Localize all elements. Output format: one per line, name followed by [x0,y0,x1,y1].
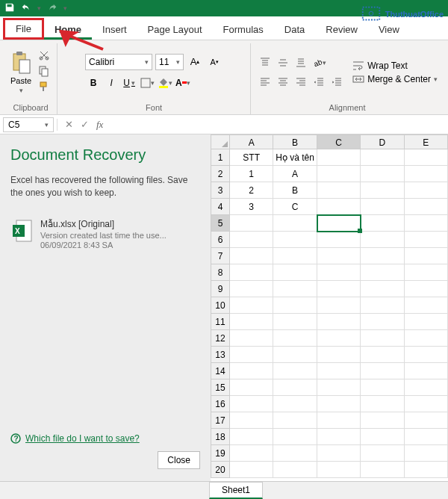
row-header[interactable]: 19 [211,445,230,462]
cell[interactable] [273,232,317,248]
save-icon[interactable] [4,2,15,15]
sheet-tab[interactable]: Sheet1 [209,482,263,499]
cell[interactable] [405,314,448,330]
name-box[interactable]: C5▾ [3,117,54,132]
cell[interactable] [361,248,404,264]
wrap-text-button[interactable]: Wrap Text [352,61,438,71]
cell[interactable] [405,396,448,412]
cell[interactable] [230,281,273,297]
cell[interactable] [317,396,361,412]
column-header[interactable]: A [230,134,273,149]
cell[interactable] [361,396,404,412]
formula-input[interactable] [111,115,448,134]
merge-center-button[interactable]: Merge & Center▾ [352,74,438,84]
cell[interactable]: STT [230,149,273,166]
row-header[interactable]: 18 [211,429,230,445]
cell[interactable] [230,264,273,281]
cell[interactable] [361,149,404,166]
increase-indent-icon[interactable] [329,74,345,90]
cell[interactable] [405,297,448,314]
cell[interactable] [361,347,404,363]
cell[interactable] [317,429,361,445]
column-header[interactable]: C [317,134,361,149]
decrease-font-icon[interactable]: A▾ [206,54,223,70]
cell[interactable] [230,363,273,379]
cell[interactable] [273,429,317,445]
cell[interactable] [317,363,361,379]
cell[interactable] [361,330,404,347]
align-bottom-icon[interactable] [293,55,309,71]
cell[interactable] [405,379,448,396]
cell[interactable] [317,297,361,314]
cell[interactable] [230,330,273,347]
tab-data[interactable]: Data [274,19,315,40]
cell[interactable] [405,429,448,445]
row-header[interactable]: 9 [211,281,230,297]
cell[interactable] [273,314,317,330]
column-header[interactable]: D [361,134,404,149]
enter-formula-icon[interactable]: ✓ [81,119,89,131]
cell[interactable] [317,379,361,396]
cell[interactable] [230,396,273,412]
redo-icon[interactable] [47,2,57,15]
cell[interactable] [317,264,361,281]
cut-icon[interactable] [37,49,51,63]
cell[interactable] [273,347,317,363]
cell[interactable] [361,363,404,379]
paste-button[interactable]: Paste ▾ [10,51,31,94]
tab-formulas[interactable]: Formulas [213,19,274,40]
cell[interactable] [273,445,317,462]
undo-icon[interactable] [21,2,31,15]
cell[interactable] [230,248,273,264]
format-painter-icon[interactable] [37,81,51,95]
row-header[interactable]: 20 [211,462,230,478]
cell[interactable] [361,429,404,445]
italic-button[interactable]: I [103,75,119,91]
cell[interactable] [230,347,273,363]
align-center-icon[interactable] [275,74,291,90]
row-header[interactable]: 14 [211,363,230,379]
cell[interactable]: A [273,166,317,182]
qat-customize-icon[interactable]: ▾ [63,4,67,12]
cell[interactable] [230,314,273,330]
cell[interactable]: 1 [230,166,273,182]
row-header[interactable]: 5 [211,215,230,232]
cell[interactable] [405,248,448,264]
cell[interactable] [361,281,404,297]
cell[interactable] [361,412,404,429]
cell[interactable] [317,347,361,363]
cell[interactable] [405,215,448,232]
undo-dropdown-icon[interactable]: ▾ [37,4,41,12]
cell[interactable] [405,445,448,462]
align-left-icon[interactable] [257,74,273,90]
decrease-indent-icon[interactable] [311,74,327,90]
cell[interactable] [405,330,448,347]
cell[interactable] [361,297,404,314]
cell[interactable] [317,166,361,182]
cell[interactable]: B [273,182,317,199]
cell[interactable] [273,412,317,429]
underline-button[interactable]: U▾ [121,75,137,91]
cell[interactable] [230,429,273,445]
row-header[interactable]: 13 [211,347,230,363]
cancel-formula-icon[interactable]: ✕ [65,119,73,131]
border-button[interactable]: ▾ [139,75,155,91]
cell[interactable] [230,215,273,232]
cell[interactable] [361,232,404,248]
cell[interactable] [405,149,448,166]
cell[interactable] [230,462,273,478]
cell[interactable] [405,347,448,363]
cell[interactable] [273,297,317,314]
fx-icon[interactable]: fx [96,119,103,131]
row-header[interactable]: 10 [211,297,230,314]
cell[interactable] [273,462,317,478]
cell[interactable] [273,379,317,396]
cell[interactable] [273,281,317,297]
copy-icon[interactable] [37,65,51,79]
cell[interactable] [405,281,448,297]
cell[interactable]: 2 [230,182,273,199]
column-header[interactable]: E [405,134,448,149]
recovery-help-link[interactable]: ? Which file do I want to save? [10,433,200,444]
cell[interactable] [405,412,448,429]
cell[interactable] [230,379,273,396]
